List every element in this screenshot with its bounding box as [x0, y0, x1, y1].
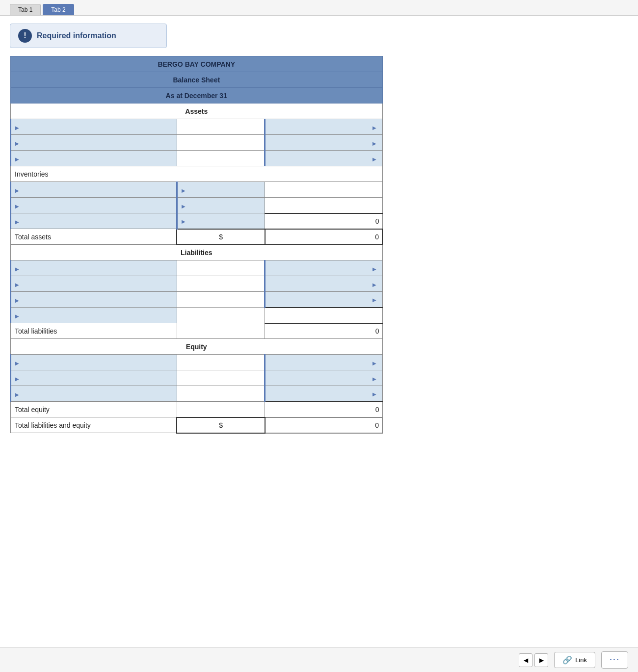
table-row	[11, 182, 383, 198]
liabilities-header-row: Liabilities	[11, 245, 383, 260]
company-name-row: BERGO BAY COMPANY	[11, 56, 383, 72]
table-row	[11, 370, 383, 386]
liab-label-3[interactable]	[11, 292, 177, 308]
eq-val-2[interactable]	[265, 370, 382, 386]
report-title: Balance Sheet	[11, 72, 383, 88]
total-equity-row: Total equity 0	[11, 402, 383, 417]
asset-label-3[interactable]	[11, 151, 177, 166]
eq-val-1[interactable]	[265, 355, 382, 370]
equity-header: Equity	[11, 339, 383, 355]
total-equity-value: 0	[265, 402, 382, 417]
eq-mid-3[interactable]	[177, 386, 265, 402]
report-date: As at December 31	[11, 88, 383, 103]
inventories-label: Inventories	[11, 166, 383, 182]
eq-mid-2[interactable]	[177, 370, 265, 386]
total-liab-equity-row: Total liabilities and equity $ 0	[11, 417, 383, 433]
total-liabilities-row: Total liabilities 0	[11, 323, 383, 339]
liab-val-2[interactable]	[265, 276, 382, 292]
inv-mid-2[interactable]	[177, 198, 265, 213]
eq-label-2[interactable]	[11, 370, 177, 386]
total-liab-equity-label: Total liabilities and equity	[11, 417, 177, 433]
dots-icon: ···	[610, 655, 620, 665]
total-assets-value: 0	[265, 229, 382, 245]
total-assets-label: Total assets	[11, 229, 177, 245]
table-row	[11, 276, 383, 292]
table-row	[11, 355, 383, 370]
liabilities-header: Liabilities	[11, 245, 383, 260]
table-row	[11, 386, 383, 402]
asset-mid-2[interactable]	[177, 135, 265, 151]
link-button[interactable]: 🔗 Link	[554, 652, 595, 668]
total-liab-mid	[177, 323, 265, 339]
liab-mid-1[interactable]	[177, 260, 265, 276]
table-row	[11, 260, 383, 276]
nav-next-button[interactable]: ▶	[534, 653, 548, 667]
liab-val-3[interactable]	[265, 292, 382, 308]
assets-header-row: Assets	[11, 103, 383, 119]
asset-mid-3[interactable]	[177, 151, 265, 166]
liab-mid-4[interactable]	[177, 308, 265, 323]
inv-label-3[interactable]	[11, 213, 177, 229]
total-liab-equity-value: 0	[265, 417, 382, 433]
inv-mid-3[interactable]	[177, 213, 265, 229]
asset-mid-1[interactable]	[177, 119, 265, 135]
liab-label-2[interactable]	[11, 276, 177, 292]
total-liab-equity-dollar: $	[177, 417, 265, 433]
bottom-bar: ◀ ▶ 🔗 Link ···	[0, 647, 638, 672]
table-row	[11, 119, 383, 135]
eq-label-1[interactable]	[11, 355, 177, 370]
eq-val-3[interactable]	[265, 386, 382, 402]
asset-val-3[interactable]	[265, 151, 382, 166]
report-title-row: Balance Sheet	[11, 72, 383, 88]
report-date-row: As at December 31	[11, 88, 383, 103]
liab-val-4[interactable]	[265, 308, 382, 323]
inv-val-3[interactable]: 0	[265, 213, 382, 229]
main-content: BERGO BAY COMPANY Balance Sheet As at De…	[0, 56, 638, 443]
tab-1[interactable]: Tab 1	[10, 4, 41, 15]
balance-sheet-table: BERGO BAY COMPANY Balance Sheet As at De…	[10, 56, 383, 434]
total-liab-value: 0	[265, 323, 382, 339]
inv-mid-1[interactable]	[177, 182, 265, 198]
assets-header: Assets	[11, 103, 383, 119]
required-text: Required information	[37, 31, 116, 40]
company-name: BERGO BAY COMPANY	[11, 56, 383, 72]
liab-label-1[interactable]	[11, 260, 177, 276]
liab-mid-3[interactable]	[177, 292, 265, 308]
nav-buttons: ◀ ▶	[519, 653, 548, 667]
total-equity-label: Total equity	[11, 402, 177, 417]
table-row	[11, 308, 383, 323]
page-wrapper: Tab 1 Tab 2 ! Required information BERGO…	[0, 0, 638, 672]
tab-2[interactable]: Tab 2	[43, 4, 74, 15]
eq-label-3[interactable]	[11, 386, 177, 402]
liab-mid-2[interactable]	[177, 276, 265, 292]
link-label: Link	[575, 656, 587, 664]
total-equity-mid	[177, 402, 265, 417]
table-row: 0	[11, 213, 383, 229]
total-assets-dollar: $	[177, 229, 265, 245]
total-assets-row: Total assets $ 0	[11, 229, 383, 245]
tabs-bar: Tab 1 Tab 2	[0, 0, 638, 16]
inv-label-2[interactable]	[11, 198, 177, 213]
table-row	[11, 198, 383, 213]
dots-button[interactable]: ···	[601, 651, 628, 669]
table-row	[11, 292, 383, 308]
link-icon: 🔗	[562, 655, 572, 665]
required-banner: ! Required information	[10, 24, 167, 48]
info-icon: !	[18, 29, 32, 43]
table-row	[11, 151, 383, 166]
nav-prev-button[interactable]: ◀	[519, 653, 532, 667]
inv-label-1[interactable]	[11, 182, 177, 198]
table-row	[11, 135, 383, 151]
asset-val-1[interactable]	[265, 119, 382, 135]
asset-val-2[interactable]	[265, 135, 382, 151]
total-liab-label: Total liabilities	[11, 323, 177, 339]
asset-label-2[interactable]	[11, 135, 177, 151]
inv-val-2[interactable]	[265, 198, 382, 213]
eq-mid-1[interactable]	[177, 355, 265, 370]
inv-val-1[interactable]	[265, 182, 382, 198]
asset-label-1[interactable]	[11, 119, 177, 135]
equity-header-row: Equity	[11, 339, 383, 355]
inventories-row: Inventories	[11, 166, 383, 182]
liab-label-4[interactable]	[11, 308, 177, 323]
liab-val-1[interactable]	[265, 260, 382, 276]
